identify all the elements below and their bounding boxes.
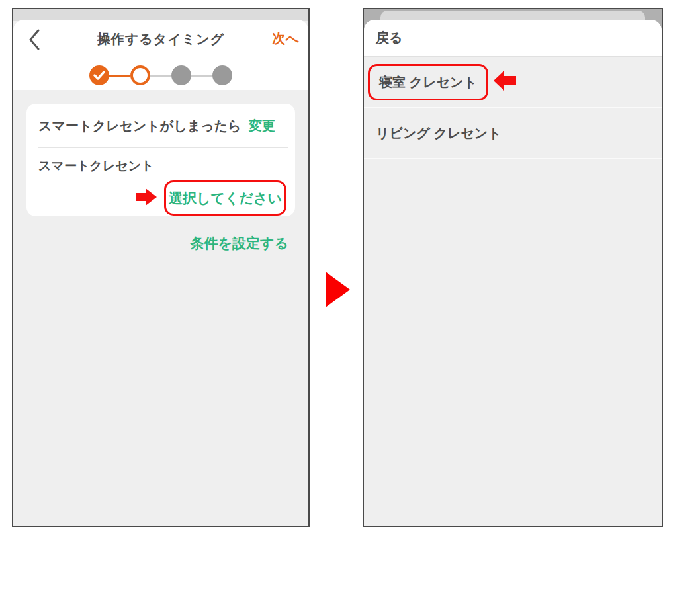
list-item-bedroom-crescent[interactable]: 寝室 クレセント: [364, 57, 662, 108]
step-3-upcoming-icon: [171, 65, 191, 85]
device-type-label: スマートクレセント: [26, 148, 295, 175]
device-select-row: 選択してください: [26, 180, 295, 216]
step-4-upcoming-icon: [212, 65, 232, 85]
device-picker-sheet: 戻る 寝室 クレセント リビング クレセント: [364, 20, 662, 526]
annotation-arrow-left-icon: [494, 71, 516, 93]
set-condition-link[interactable]: 条件を設定する: [191, 234, 288, 253]
next-button[interactable]: 次へ: [273, 30, 299, 48]
nav-bar: 操作するタイミング 次へ: [13, 20, 308, 58]
step-connector: [109, 75, 130, 77]
back-chevron-icon[interactable]: [28, 29, 41, 50]
select-device-placeholder: 選択してください: [169, 189, 282, 208]
device-name-label: 寝室 クレセント: [368, 64, 488, 100]
device-name-label: リビング クレセント: [364, 124, 502, 142]
back-button[interactable]: 戻る: [364, 20, 662, 57]
change-button[interactable]: 変更: [249, 117, 275, 135]
page-title: 操作するタイミング: [13, 30, 308, 48]
step-connector: [191, 75, 212, 77]
list-item-living-crescent[interactable]: リビング クレセント: [364, 108, 662, 159]
transition-arrow-icon: [326, 272, 350, 310]
trigger-condition-label: スマートクレセントがしまったら: [38, 117, 241, 135]
screen-device-picker: 戻る 寝室 クレセント リビング クレセント: [363, 8, 663, 527]
step-connector: [150, 75, 171, 77]
progress-stepper: [13, 65, 308, 85]
screen-operation-timing: 操作するタイミング 次へ スマートクレセントがしまったら 変更 スマートクレセン…: [12, 8, 310, 527]
annotation-arrow-right-icon: [136, 188, 157, 208]
step-1-done-icon: [89, 65, 109, 85]
back-button-label: 戻る: [376, 29, 402, 47]
trigger-settings-card: スマートクレセントがしまったら 変更 スマートクレセント 選択してください: [26, 104, 295, 216]
select-device-button[interactable]: 選択してください: [164, 180, 286, 216]
header: 操作するタイミング 次へ: [13, 20, 308, 90]
step-2-current-icon: [130, 65, 150, 85]
trigger-row: スマートクレセントがしまったら 変更: [26, 104, 295, 147]
